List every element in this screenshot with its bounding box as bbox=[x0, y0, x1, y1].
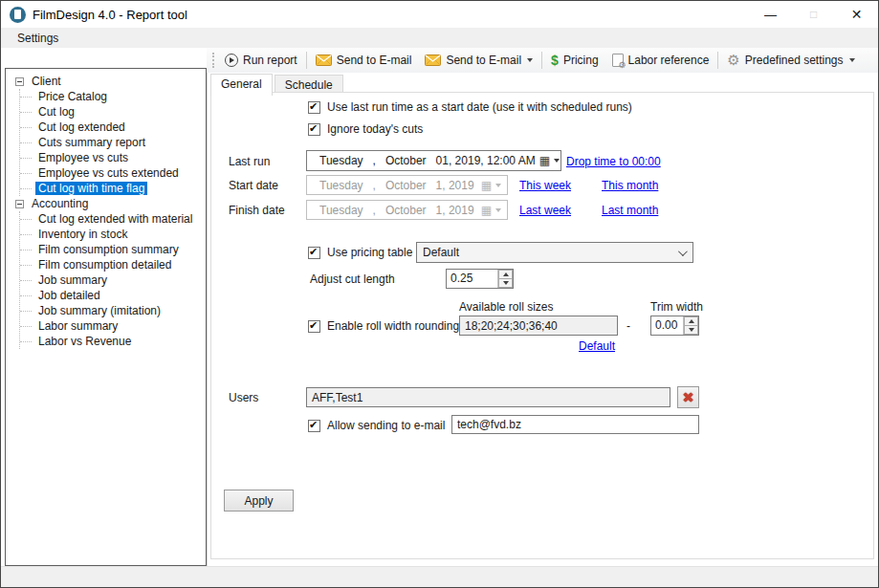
this-month-link[interactable]: This month bbox=[602, 179, 658, 192]
send-email-button[interactable]: Send to E-mail bbox=[309, 50, 419, 71]
adjust-cut-length-stepper[interactable]: 0.25 bbox=[446, 269, 514, 289]
collapse-toggle-icon[interactable] bbox=[15, 200, 24, 208]
tree-node-employee-vs-cuts[interactable]: Employee vs cuts bbox=[20, 150, 206, 165]
tree-node-inventory-in-stock[interactable]: Inventory in stock bbox=[20, 227, 206, 242]
tree-node-label: Client bbox=[29, 75, 64, 88]
app-window: FilmDesign 4.0 - Report tool — □ ✕ Setti… bbox=[0, 0, 879, 588]
tree-node-cut-log-with-time-flag[interactable]: Cut log with time flag bbox=[20, 181, 206, 196]
trim-width-stepper[interactable]: 0.00 bbox=[650, 316, 699, 336]
tab-page-general: Use last run time as a start date (use i… bbox=[210, 92, 874, 559]
tree-node-label: Job summary (imitation) bbox=[35, 304, 164, 317]
spin-up-button[interactable] bbox=[498, 270, 513, 279]
clear-users-button[interactable]: ✖ bbox=[677, 386, 699, 408]
tree-node-label: Cut log extended with material bbox=[35, 212, 195, 226]
tree-node-accounting[interactable]: Accounting bbox=[15, 196, 206, 211]
labor-reference-label: Labor reference bbox=[628, 54, 710, 67]
default-roll-sizes-link[interactable]: Default bbox=[579, 339, 615, 353]
delete-x-icon: ✖ bbox=[682, 389, 694, 406]
tree-node-label: Cut log bbox=[35, 105, 77, 119]
tab-general[interactable]: General bbox=[210, 74, 273, 96]
labor-reference-icon bbox=[612, 54, 624, 67]
this-week-link[interactable]: This week bbox=[519, 179, 571, 192]
predefined-settings-button[interactable]: ⚙ Predefined settings bbox=[720, 50, 861, 71]
titlebar: FilmDesign 4.0 - Report tool — □ ✕ bbox=[1, 1, 878, 28]
pricing-table-select[interactable]: Default bbox=[416, 242, 693, 263]
send-email-dropdown-button[interactable]: Send to E-mail bbox=[418, 50, 539, 71]
tree-node-cut-log-extended-with-material[interactable]: Cut log extended with material bbox=[20, 211, 206, 227]
calendar-dropdown-button: ▦ bbox=[481, 180, 501, 191]
last-month-link[interactable]: Last month bbox=[602, 204, 658, 217]
tree-node-label: Film consumption detailed bbox=[35, 258, 174, 272]
checkbox-checked-icon bbox=[308, 320, 320, 333]
tree-node-label: Labor vs Revenue bbox=[35, 335, 134, 348]
menu-item-settings[interactable]: Settings bbox=[11, 30, 65, 47]
pricing-label: Pricing bbox=[563, 54, 599, 67]
enable-roll-width-rounding-checkbox[interactable]: Enable roll width rounding bbox=[308, 319, 459, 333]
run-report-label: Run report bbox=[243, 54, 297, 67]
tree-node-film-consumption-summary[interactable]: Film consumption summary bbox=[20, 242, 206, 257]
tree-node-label: Price Catalog bbox=[35, 90, 110, 103]
collapse-toggle-icon[interactable] bbox=[15, 77, 24, 86]
calendar-icon: ▦ bbox=[481, 205, 492, 216]
last-run-date-picker[interactable]: Tuesday , October 01, 2019, 12:00 AM ▦ bbox=[306, 150, 561, 171]
spin-down-button[interactable] bbox=[684, 326, 698, 335]
tree-node-label: Cuts summary report bbox=[35, 136, 148, 149]
allow-sending-checkbox[interactable]: Allow sending to e-mail bbox=[308, 419, 445, 432]
spinner-buttons bbox=[497, 270, 513, 288]
app-icon bbox=[10, 7, 26, 23]
last-run-label: Last run bbox=[229, 155, 270, 168]
calendar-dropdown-button[interactable]: ▦ bbox=[539, 155, 560, 166]
pricing-button[interactable]: $ Pricing bbox=[544, 50, 604, 71]
tree-node-job-summary[interactable]: Job summary bbox=[20, 272, 206, 288]
toolbar: Run report Send to E-mail Send to E-mail… bbox=[207, 48, 878, 73]
close-button[interactable]: ✕ bbox=[835, 1, 878, 28]
pricing-table-value: Default bbox=[423, 246, 678, 259]
tree-node-job-summary-imitation[interactable]: Job summary (imitation) bbox=[20, 303, 206, 318]
use-pricing-table-checkbox[interactable]: Use pricing table bbox=[308, 246, 412, 259]
tree-node-labor-vs-revenue[interactable]: Labor vs Revenue bbox=[20, 334, 206, 349]
allow-sending-label: Allow sending to e-mail bbox=[327, 419, 445, 432]
minimize-button[interactable]: — bbox=[749, 1, 792, 28]
ignore-today-checkbox[interactable]: Ignore today's cuts bbox=[308, 122, 423, 136]
apply-button[interactable]: Apply bbox=[224, 490, 294, 512]
tree-node-job-detailed[interactable]: Job detailed bbox=[20, 288, 206, 303]
use-pricing-table-label: Use pricing table bbox=[327, 246, 412, 259]
tree-node-label: Job detailed bbox=[35, 289, 103, 302]
tree-node-cut-log-extended[interactable]: Cut log extended bbox=[20, 120, 206, 135]
adjust-cut-length-label: Adjust cut length bbox=[310, 272, 395, 286]
available-roll-sizes-label: Available roll sizes bbox=[459, 300, 554, 314]
spin-down-button[interactable] bbox=[498, 279, 513, 288]
tree-node-client[interactable]: Client bbox=[15, 74, 206, 89]
last-week-link[interactable]: Last week bbox=[519, 204, 571, 217]
dollar-icon: $ bbox=[551, 53, 559, 68]
spinner-buttons bbox=[683, 316, 698, 335]
chevron-down-icon bbox=[527, 58, 533, 62]
tree-node-label: Accounting bbox=[29, 197, 91, 210]
tree-node-cuts-summary-report[interactable]: Cuts summary report bbox=[20, 135, 206, 150]
run-report-button[interactable]: Run report bbox=[218, 50, 304, 71]
spin-up-button[interactable] bbox=[684, 316, 698, 326]
tree-children-client: Price Catalog Cut log Cut log extended C… bbox=[19, 89, 206, 196]
panel-divider bbox=[207, 48, 208, 567]
email-field[interactable]: tech@fvd.bz bbox=[451, 415, 699, 434]
report-tree-panel: Client Price Catalog Cut log Cut log ext… bbox=[5, 68, 207, 566]
checkbox-checked-icon bbox=[308, 247, 320, 259]
drop-time-link[interactable]: Drop time to 00:00 bbox=[566, 155, 661, 168]
tree-node-employee-vs-cuts-extended[interactable]: Employee vs cuts extended bbox=[20, 165, 206, 181]
tree-node-cut-log[interactable]: Cut log bbox=[20, 104, 206, 120]
labor-reference-button[interactable]: Labor reference bbox=[605, 50, 716, 71]
tree-node-price-catalog[interactable]: Price Catalog bbox=[20, 89, 206, 104]
menubar: Settings bbox=[1, 28, 878, 48]
predefined-settings-label: Predefined settings bbox=[745, 54, 844, 67]
tree-node-labor-summary[interactable]: Labor summary bbox=[20, 318, 206, 334]
email-icon bbox=[425, 54, 441, 66]
start-date-label: Start date bbox=[229, 179, 278, 192]
checkbox-checked-icon bbox=[308, 420, 320, 432]
users-input[interactable]: AFF,Test1 bbox=[306, 387, 670, 407]
finish-date-label: Finish date bbox=[229, 204, 285, 217]
roll-sizes-input[interactable]: 18;20;24;30;36;40 bbox=[459, 316, 618, 336]
trim-width-value: 0.00 bbox=[651, 316, 683, 335]
adjust-cut-length-value: 0.25 bbox=[447, 270, 497, 288]
tree-node-film-consumption-detailed[interactable]: Film consumption detailed bbox=[20, 257, 206, 272]
use-last-run-checkbox[interactable]: Use last run time as a start date (use i… bbox=[308, 100, 632, 114]
